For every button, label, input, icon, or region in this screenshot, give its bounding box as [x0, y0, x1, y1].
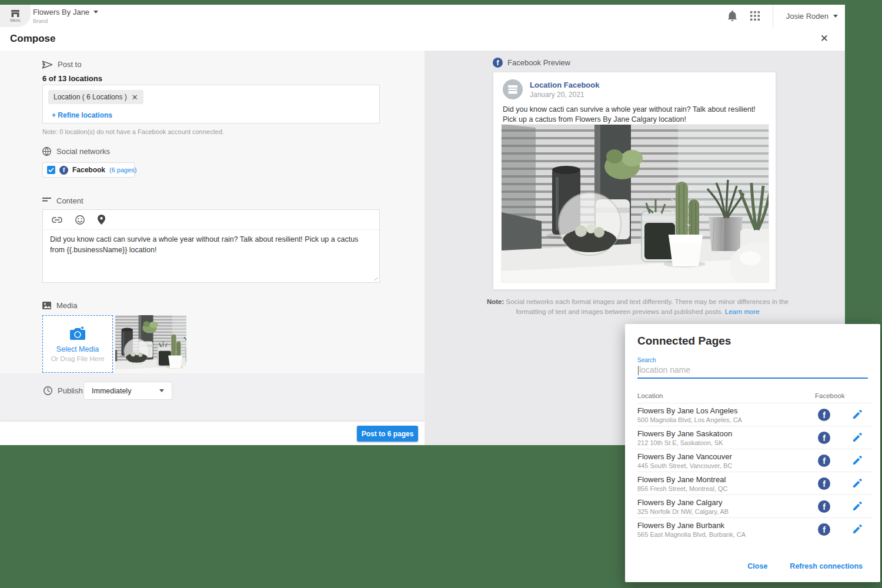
location-address: 445 South Street, Vancouver, BC: [637, 462, 732, 469]
camera-icon: [69, 326, 86, 340]
edit-icon[interactable]: [853, 524, 862, 536]
preview-page-name: Location Facebook: [530, 81, 599, 89]
location-name: Flowers By Jane Vancouver: [637, 452, 732, 461]
content-section-label: Content: [42, 196, 83, 205]
facebook-pages-link[interactable]: (6 pages): [109, 166, 136, 173]
location-name: Flowers By Jane Montreal: [637, 475, 726, 484]
location-group-chip[interactable]: Location ( 6 Locations ) ✕: [48, 90, 143, 104]
table-row: Flowers By Jane Burbank 565 East Magnoli…: [637, 517, 873, 540]
clock-icon: [44, 386, 52, 395]
publish-schedule-select[interactable]: Immediately: [83, 382, 172, 400]
refine-locations-link[interactable]: + Refine locations: [52, 111, 112, 119]
search-field-wrap: [637, 363, 868, 379]
preview-post-text: Did you know cacti can survive a whole y…: [503, 105, 769, 125]
user-menu[interactable]: Josie Roden: [786, 12, 838, 21]
location-name: Flowers By Jane Calgary: [637, 498, 723, 507]
edit-icon[interactable]: [853, 456, 862, 467]
emoji-button[interactable]: [75, 215, 85, 225]
facebook-icon[interactable]: f: [818, 500, 830, 513]
search-input[interactable]: [637, 363, 868, 377]
location-address: 500 Magnolia Blvd, Los Angeles, CA: [637, 416, 742, 423]
publish-section: Publish Immediately: [0, 373, 425, 422]
location-address: 856 Fresh Street, Montreal, QC: [637, 485, 727, 492]
chevron-down-icon: [93, 11, 98, 14]
column-header-facebook: Facebook: [815, 392, 845, 399]
facebook-icon: f: [59, 166, 68, 175]
modal-title: Connected Pages: [637, 335, 731, 348]
facebook-preview-card: Location Facebook January 20, 2021 Did y…: [493, 72, 776, 290]
location-targeting-card: Location ( 6 Locations ) ✕ + Refine loca…: [42, 85, 380, 123]
search-label: Search: [637, 357, 656, 363]
location-address: 212 10th St E, Saskatoon, SK: [637, 439, 723, 446]
edit-icon[interactable]: [853, 433, 862, 444]
facebook-icon[interactable]: f: [818, 455, 830, 467]
facebook-checkbox[interactable]: [47, 166, 55, 174]
facebook-icon[interactable]: f: [818, 409, 830, 421]
refresh-connections-button[interactable]: Refresh connections: [790, 562, 863, 570]
media-section-label: Media: [42, 301, 77, 310]
facebook-preview-header: f Facebook Preview: [493, 58, 570, 68]
post-button[interactable]: Post to 6 pages: [357, 426, 418, 442]
user-name: Josie Roden: [786, 12, 828, 21]
preview-disclaimer: Note: Social networks each format images…: [472, 297, 804, 316]
chevron-down-icon: [833, 15, 838, 18]
close-button[interactable]: Close: [747, 562, 767, 570]
edit-icon[interactable]: [853, 410, 862, 421]
location-address: 565 East Magnolia Blvd, Burbank, CA: [637, 531, 746, 538]
menu-button[interactable]: Menu: [0, 5, 31, 27]
send-icon: [42, 61, 52, 69]
emoji-icon: [75, 215, 85, 225]
locations-count: 6 of 13 locations: [42, 74, 102, 83]
close-icon[interactable]: ✕: [820, 32, 828, 45]
topbar-divider: [773, 5, 773, 27]
insert-link-button[interactable]: [52, 217, 62, 223]
content-toolbar: [43, 210, 379, 230]
storefront-icon: [507, 85, 518, 94]
compose-form-pane: Post to 6 of 13 locations Location ( 6 L…: [0, 51, 425, 445]
location-name: Flowers By Jane Saskatoon: [637, 429, 732, 438]
modal-footer: Close Refresh connections: [747, 562, 863, 570]
facebook-icon[interactable]: f: [818, 432, 830, 444]
locations-table: Flowers By Jane Los Angeles 500 Magnolia…: [637, 403, 873, 540]
facebook-label: Facebook: [72, 166, 105, 174]
connection-note: Note: 0 location(s) do not have a Facebo…: [42, 128, 224, 135]
location-pin-icon: [98, 215, 105, 225]
social-networks-section-label: Social networks: [42, 147, 110, 156]
content-editor-card: Did you know cacti can survive a whole y…: [42, 209, 380, 283]
content-icon: [42, 198, 51, 204]
link-icon: [52, 217, 62, 223]
notifications-button[interactable]: [727, 11, 737, 21]
location-name: Flowers By Jane Burbank: [637, 521, 724, 530]
select-media-dropzone[interactable]: Select Media Or Drag File Here: [42, 315, 113, 373]
facebook-network-card: f Facebook (6 pages): [42, 162, 135, 178]
post-content-input[interactable]: Did you know cacti can survive a whole y…: [43, 230, 379, 282]
post-to-section-label: Post to: [42, 60, 81, 69]
brand-selector[interactable]: Flowers By Jane Brand: [33, 8, 98, 24]
preview-post-image: [501, 124, 769, 283]
facebook-icon[interactable]: f: [818, 477, 830, 490]
media-icon: [42, 302, 51, 309]
preview-date: January 20, 2021: [530, 91, 584, 99]
remove-chip-icon[interactable]: ✕: [132, 93, 138, 101]
menu-label: Menu: [10, 18, 21, 22]
bell-icon: [727, 11, 737, 21]
select-media-label: Select Media: [56, 345, 99, 353]
learn-more-link[interactable]: Learn more: [725, 308, 760, 315]
page-title: Compose: [10, 33, 55, 45]
media-thumbnail[interactable]: [115, 315, 186, 373]
publish-label: Publish: [44, 386, 83, 395]
storefront-icon: [11, 10, 20, 18]
apps-grid-icon: [750, 11, 760, 21]
edit-icon[interactable]: [853, 502, 862, 513]
facebook-icon[interactable]: f: [818, 523, 830, 536]
column-header-location: Location: [637, 392, 663, 399]
edit-icon[interactable]: [853, 479, 862, 490]
table-row: Flowers By Jane Montreal 856 Fresh Stree…: [637, 472, 873, 495]
textarea-resize-handle[interactable]: [372, 275, 377, 280]
apps-button[interactable]: [750, 11, 760, 21]
table-row: Flowers By Jane Los Angeles 500 Magnolia…: [637, 403, 873, 426]
location-tag-button[interactable]: [98, 215, 105, 225]
compose-footer: Post to 6 pages: [0, 422, 425, 445]
avatar: [503, 79, 523, 99]
location-name: Flowers By Jane Los Angeles: [637, 406, 738, 415]
